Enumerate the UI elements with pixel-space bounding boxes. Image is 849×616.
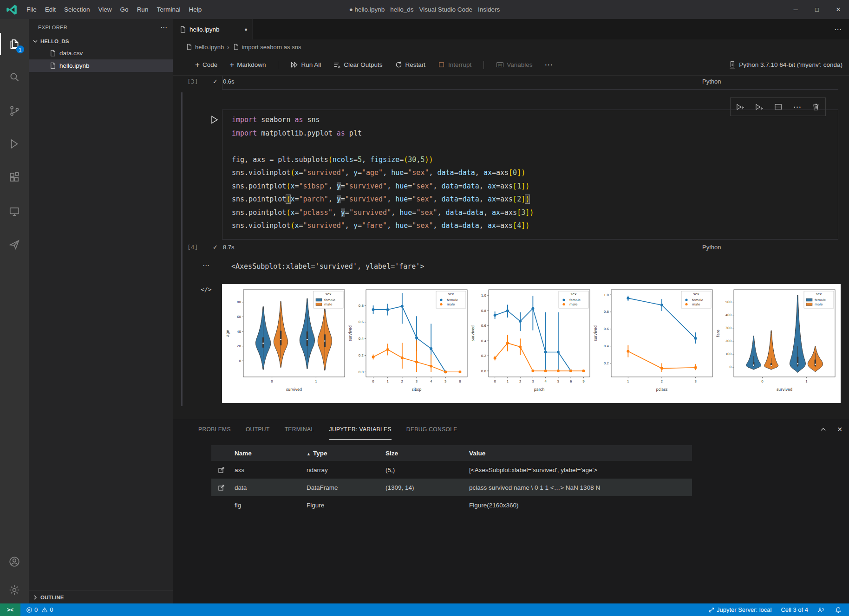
warning-icon <box>41 607 48 613</box>
minimize-button[interactable]: ─ <box>785 0 806 19</box>
menu-selection[interactable]: Selection <box>60 0 94 19</box>
panel-tab-problems[interactable]: PROBLEMS <box>198 419 231 440</box>
outline-section[interactable]: OUTLINE <box>29 590 173 603</box>
account-icon <box>8 556 20 568</box>
svg-text:male: male <box>692 303 700 306</box>
menu-run[interactable]: Run <box>133 0 153 19</box>
maximize-panel-icon[interactable] <box>820 426 827 433</box>
svg-text:0: 0 <box>372 380 374 383</box>
add-markdown-button[interactable]: +Markdown <box>229 61 266 69</box>
close-button[interactable]: ✕ <box>828 0 849 19</box>
jupyter-server-status[interactable]: Jupyter Server: local <box>708 606 772 613</box>
column-type[interactable]: ▲Type <box>307 450 385 457</box>
errors-warnings[interactable]: 0 0 <box>26 606 53 613</box>
variable-type: Figure <box>307 502 385 509</box>
maximize-button[interactable]: □ <box>806 0 828 19</box>
activity-bar: 1 <box>0 19 29 603</box>
remote-indicator[interactable]: >< <box>0 603 20 616</box>
kernel-picker[interactable]: Python 3.7.10 64-bit ('myenv': conda) <box>728 61 849 69</box>
activity-source-control[interactable] <box>0 100 29 122</box>
menu-go[interactable]: Go <box>116 0 133 19</box>
feedback-button[interactable] <box>817 607 826 613</box>
file-item-data-csv[interactable]: data.csv <box>29 47 173 59</box>
interrupt-button[interactable]: Interrupt <box>438 61 471 69</box>
explorer-badge: 1 <box>16 45 24 53</box>
svg-text:0.6: 0.6 <box>604 327 609 331</box>
svg-text:female: female <box>447 298 458 302</box>
close-panel-icon[interactable]: ✕ <box>837 426 842 433</box>
plot-point-parch-2: 0.00.20.40.60.81.001234569parchsurviveds… <box>470 286 593 393</box>
variable-row-fig[interactable]: figFigureFigure(2160x360) <box>211 496 692 514</box>
svg-text:0: 0 <box>730 365 731 369</box>
breadcrumb-cell[interactable]: import seaborn as sns <box>242 44 301 51</box>
svg-text:20: 20 <box>237 344 241 348</box>
menu-view[interactable]: View <box>94 0 116 19</box>
svg-text:female: female <box>815 298 826 302</box>
run-all-button[interactable]: Run All <box>290 61 321 69</box>
paper-plane-icon <box>8 239 20 251</box>
title-bar: FileEditSelectionViewGoRunTerminalHelp ●… <box>0 0 849 19</box>
file-item-hello-ipynb[interactable]: hello.ipynb <box>29 59 173 72</box>
tab-hello-ipynb[interactable]: hello.ipynb ● <box>173 19 253 39</box>
variable-row-axs[interactable]: axsndarray(5,)[<AxesSubplot:xlabel='surv… <box>211 461 692 479</box>
cell4-language[interactable]: Python <box>702 244 721 251</box>
editor-actions-icon[interactable]: ⋯ <box>834 19 849 39</box>
file-label: data.csv <box>59 50 83 57</box>
clear-outputs-button[interactable]: Clear Outputs <box>333 61 382 69</box>
variable-row-data[interactable]: dataDataFrame(1309, 14)pclass survived n… <box>211 479 692 496</box>
notifications-button[interactable] <box>835 607 843 613</box>
folder-hello-ds[interactable]: HELLO_DS <box>29 36 173 47</box>
activity-extensions[interactable] <box>0 166 29 188</box>
menu-file[interactable]: File <box>22 0 41 19</box>
svg-text:2: 2 <box>401 380 403 383</box>
svg-text:0: 0 <box>494 380 496 383</box>
svg-text:female: female <box>324 298 335 302</box>
output-collapse-icon[interactable]: ⋯ <box>202 261 210 270</box>
toolbar-more-icon[interactable]: ⋯ <box>545 60 553 70</box>
cell3-language[interactable]: Python <box>702 78 721 85</box>
explorer-actions-icon[interactable]: ⋯ <box>160 23 167 32</box>
restart-button[interactable]: Restart <box>395 61 426 69</box>
svg-text:5: 5 <box>557 380 559 383</box>
svg-text:sex: sex <box>326 292 332 296</box>
breadcrumb-file[interactable]: hello.ipynb <box>195 44 224 51</box>
svg-text:60: 60 <box>237 315 241 319</box>
svg-text:0.2: 0.2 <box>359 354 364 357</box>
panel-tab-jupyter-variables[interactable]: JUPYTER: VARIABLES <box>329 419 392 440</box>
cell-indicator[interactable]: Cell 3 of 4 <box>781 606 808 613</box>
cell-code-editor[interactable]: import seaborn as snsimport matplotlib.p… <box>222 110 838 240</box>
menu-help[interactable]: Help <box>184 0 206 19</box>
panel-tab-terminal[interactable]: TERMINAL <box>285 419 314 440</box>
open-variable-icon[interactable] <box>211 466 225 473</box>
column-name[interactable]: Name <box>235 450 307 457</box>
file-list: data.csvhello.ipynb <box>29 47 173 72</box>
svg-text:40: 40 <box>237 330 241 334</box>
vscode-window: FileEditSelectionViewGoRunTerminalHelp ●… <box>0 0 849 616</box>
activity-explorer[interactable]: 1 <box>0 33 29 55</box>
menu-edit[interactable]: Edit <box>41 0 60 19</box>
activity-remote-explorer[interactable] <box>0 201 29 223</box>
add-code-button[interactable]: +Code <box>195 61 217 69</box>
output-mime-switcher-icon[interactable]: </> <box>201 286 211 293</box>
activity-search[interactable] <box>0 66 29 88</box>
column-size[interactable]: Size <box>385 450 469 457</box>
activity-settings[interactable] <box>0 579 29 601</box>
activity-run-debug[interactable] <box>0 133 29 155</box>
svg-text:male: male <box>815 303 823 306</box>
panel-tab-debug-console[interactable]: DEBUG CONSOLE <box>406 419 457 440</box>
column-value[interactable]: Value <box>469 450 692 457</box>
plot-point-sibsp-1: 0.00.20.40.60.80123458sibspsurvivedsexfe… <box>347 286 470 393</box>
panel-tab-output[interactable]: OUTPUT <box>246 419 270 440</box>
activity-account[interactable] <box>0 551 29 573</box>
open-variable-icon[interactable] <box>211 484 225 491</box>
run-cell-button[interactable] <box>209 115 219 125</box>
svg-text:0.8: 0.8 <box>481 309 486 313</box>
toolbar-separator <box>278 61 278 69</box>
panel-tab-bar: PROBLEMSOUTPUTTERMINALJUPYTER: VARIABLES… <box>198 419 472 440</box>
menu-terminal[interactable]: Terminal <box>152 0 184 19</box>
variables-button[interactable]: (x) Variables <box>496 61 532 69</box>
code-line: import seaborn as sns <box>232 113 838 127</box>
activity-custom-extension[interactable] <box>0 233 29 256</box>
variables-rows: axsndarray(5,)[<AxesSubplot:xlabel='surv… <box>211 461 692 514</box>
dirty-dot-icon[interactable]: ● <box>244 26 248 32</box>
